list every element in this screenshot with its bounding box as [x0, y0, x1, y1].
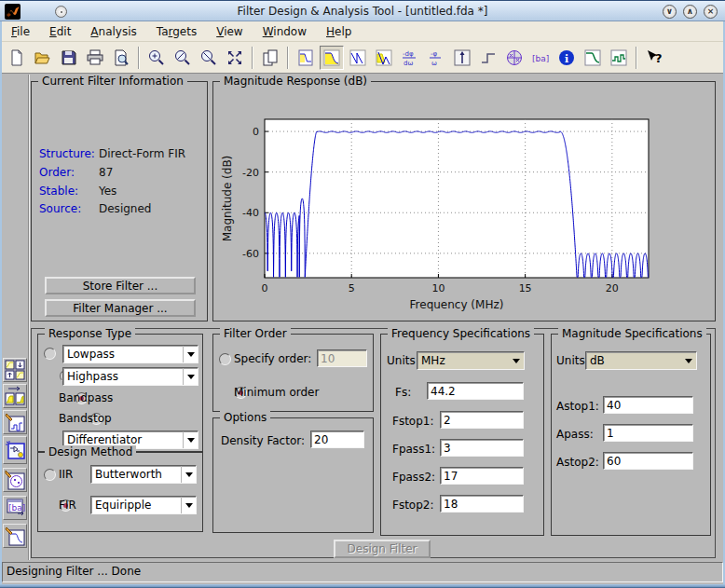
svg-text:15: 15 — [519, 282, 532, 294]
magnitude-response-estimate-icon — [583, 48, 602, 67]
freq-units-dropdown[interactable]: MHz — [417, 351, 525, 370]
iir-radio[interactable] — [44, 469, 56, 481]
menu-file[interactable]: File — [2, 22, 40, 41]
toolbar-new-button[interactable] — [5, 46, 29, 70]
fir-method-dropdown[interactable]: Equiripple — [90, 496, 197, 514]
specify-order-radio[interactable] — [219, 353, 231, 365]
fir-label: FIR — [59, 499, 76, 512]
sidebar-design-filter-button[interactable] — [3, 524, 27, 548]
menu-targets[interactable]: Targets — [147, 22, 207, 41]
shade-button[interactable]: ∨ — [663, 5, 677, 19]
density-factor-label: Density Factor: — [221, 434, 305, 447]
toolbar-open-button[interactable] — [31, 46, 55, 70]
design-filter-icon — [5, 526, 25, 546]
toolbar-magnitude-response-estimate-button[interactable] — [581, 46, 605, 70]
set-quantization-parameters-icon — [5, 412, 25, 432]
toolbar-help-button[interactable]: ? — [642, 46, 666, 70]
toolbar-zoom-y-button[interactable] — [197, 46, 221, 70]
sidebar-realize-model-button[interactable] — [3, 436, 27, 464]
menu-view[interactable]: View — [207, 22, 253, 41]
structure-value: Direct-Form FIR — [99, 147, 185, 160]
step-response-icon — [479, 48, 498, 67]
toolbar-separator — [287, 47, 289, 69]
svg-text:-dφ: -dφ — [403, 50, 414, 58]
lowpass-radio[interactable] — [44, 348, 56, 360]
store-filter-button[interactable]: Store Filter ... — [45, 277, 196, 294]
toolbar-group-delay-button[interactable]: -dφdω — [398, 46, 422, 70]
fstop2-input[interactable] — [440, 495, 524, 513]
menu-analysis[interactable]: Analysis — [81, 22, 146, 41]
toolbar-pole-zero-plot-button[interactable] — [502, 46, 527, 70]
print-preview-icon — [112, 48, 130, 67]
bandstop-label: Bandstop — [59, 412, 112, 425]
window-menu-button[interactable] — [55, 6, 67, 18]
transform-filter-icon — [5, 386, 25, 406]
sidebar-set-quantization-parameters-button[interactable] — [3, 410, 27, 434]
zoom-x-icon — [173, 48, 192, 67]
toolbar-step-response-button[interactable] — [476, 46, 500, 70]
density-factor-input[interactable] — [310, 431, 364, 448]
svg-text:?: ? — [655, 51, 663, 65]
fdatool-window: Filter Design & Analysis Tool - [untitle… — [0, 0, 725, 588]
menu-window[interactable]: Window — [253, 22, 317, 41]
design-filter-button[interactable]: Design Filter — [334, 540, 431, 558]
sidebar-import-filter-button[interactable]: [ba] — [3, 496, 27, 520]
svg-text:Magnitude (dB): Magnitude (dB) — [221, 156, 234, 242]
menu-help[interactable]: Help — [317, 22, 362, 41]
toolbar-phase-response-button[interactable] — [346, 46, 370, 70]
lowpass-dropdown[interactable]: Lowpass — [62, 345, 198, 363]
panel-title: Filter Order — [220, 327, 291, 340]
toolbar-zoom-x-button[interactable] — [171, 46, 195, 70]
multirate-filter-icon — [5, 360, 25, 380]
toolbar-print-to-figure-button[interactable] — [258, 46, 282, 70]
structure-label: Structure: — [39, 147, 95, 160]
maximize-button[interactable]: ∧ — [683, 5, 697, 19]
filter-order-panel: Filter Order Specify order: Minimum orde… — [212, 334, 374, 412]
toolbar-print-button[interactable] — [83, 46, 107, 70]
fs-input[interactable] — [427, 382, 524, 400]
matlab-logo-icon — [5, 4, 21, 20]
apass-label: Apass: — [556, 428, 594, 441]
specify-order-input[interactable] — [317, 349, 367, 367]
filter-manager-button[interactable]: Filter Manager ... — [45, 299, 196, 317]
toolbar-impulse-response-button[interactable] — [450, 46, 474, 70]
chevron-down-icon — [181, 497, 196, 513]
highpass-dropdown[interactable]: Highpass — [62, 367, 198, 386]
mag-units-label: Units — [556, 354, 585, 367]
group-delay-icon: -dφdω — [401, 48, 419, 67]
sidebar-transform-filter-button[interactable] — [3, 384, 27, 408]
toolbar-zoom-in-button[interactable] — [144, 46, 169, 70]
pole-zero-editor-icon — [5, 470, 25, 490]
fstop1-input[interactable] — [440, 411, 524, 429]
close-button[interactable]: × — [704, 5, 718, 19]
svg-text:-40: -40 — [242, 207, 259, 219]
toolbar-full-view-button[interactable] — [223, 46, 247, 70]
toolbar-filter-coefficients-button[interactable]: [ba] — [528, 46, 553, 70]
sidebar-multirate-filter-button[interactable] — [3, 358, 27, 382]
toolbar-round-off-noise-power-button[interactable] — [607, 46, 631, 70]
panel-title: Design Method — [45, 445, 136, 458]
toolbar-phase-delay-button[interactable]: -φω — [424, 46, 448, 70]
title-bar[interactable]: Filter Design & Analysis Tool - [untitle… — [0, 0, 725, 21]
stable-label: Stable: — [39, 185, 78, 198]
svg-text:5: 5 — [349, 282, 355, 294]
fpass1-input[interactable] — [440, 439, 524, 457]
apass-input[interactable] — [603, 424, 693, 442]
toolbar-save-button[interactable] — [57, 46, 81, 70]
menu-edit[interactable]: Edit — [40, 22, 81, 41]
toolbar-print-preview-button[interactable] — [109, 46, 133, 70]
sidebar-pole-zero-editor-button[interactable] — [3, 468, 27, 492]
mag-units-dropdown[interactable]: dB — [585, 351, 697, 370]
toolbar: -dφdω -φω [ba] i ? — [0, 42, 725, 74]
toolbar-magnitude-response-button[interactable] — [320, 46, 344, 70]
magnitude-response-chart: 051015200-20-40-60Frequency (MHz)Magnitu… — [213, 82, 715, 321]
toolbar-separator — [138, 47, 140, 69]
toolbar-filter-specifications-button[interactable] — [294, 46, 318, 70]
iir-method-dropdown[interactable]: Butterworth — [90, 465, 197, 484]
toolbar-magnitude-and-phase-button[interactable] — [372, 46, 396, 70]
toolbar-filter-information-button[interactable]: i — [554, 46, 579, 70]
fs-label: Fs: — [395, 386, 411, 399]
fpass2-input[interactable] — [440, 467, 524, 485]
astop2-input[interactable] — [603, 452, 693, 470]
astop1-input[interactable] — [603, 396, 693, 414]
